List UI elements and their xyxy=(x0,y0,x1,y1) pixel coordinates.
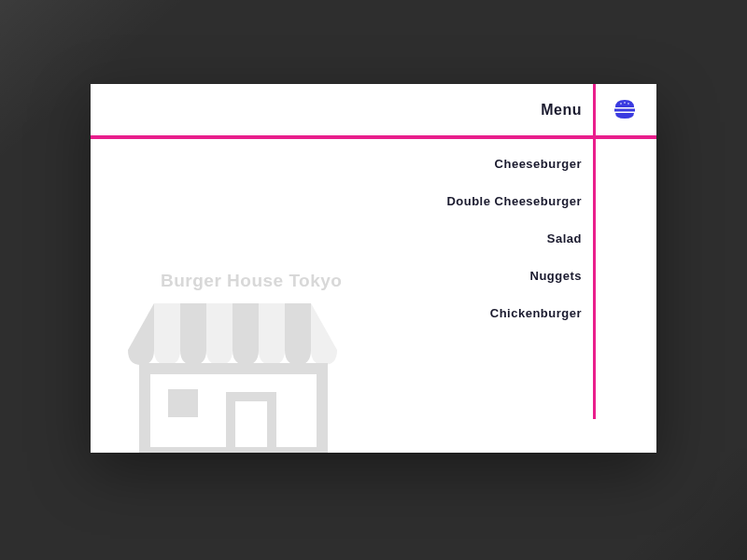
menu-title: Menu xyxy=(541,102,582,119)
header: Menu xyxy=(91,84,656,135)
svg-rect-0 xyxy=(614,109,635,112)
divider-horizontal xyxy=(91,135,656,139)
svg-point-1 xyxy=(620,103,622,105)
menu-item-double-cheeseburger[interactable]: Double Cheeseburger xyxy=(446,194,582,208)
device-shadow xyxy=(542,448,747,560)
storefront-icon xyxy=(128,303,371,453)
svg-point-2 xyxy=(624,102,626,104)
menu-item-cheeseburger[interactable]: Cheeseburger xyxy=(446,157,582,171)
divider-vertical xyxy=(593,84,596,419)
menu-item-chickenburger[interactable]: Chickenburger xyxy=(446,306,582,320)
burger-icon[interactable] xyxy=(612,96,638,122)
brand-name: Burger House Tokyo xyxy=(161,271,342,291)
menu-list: Cheeseburger Double Cheeseburger Salad N… xyxy=(446,157,582,343)
menu-item-nuggets[interactable]: Nuggets xyxy=(446,269,582,283)
app-card: Menu Cheeseburger Double Cheeseburger Sa… xyxy=(91,84,656,453)
menu-item-salad[interactable]: Salad xyxy=(446,231,582,245)
svg-point-3 xyxy=(627,103,629,105)
svg-rect-6 xyxy=(231,397,272,453)
svg-rect-5 xyxy=(168,389,198,417)
